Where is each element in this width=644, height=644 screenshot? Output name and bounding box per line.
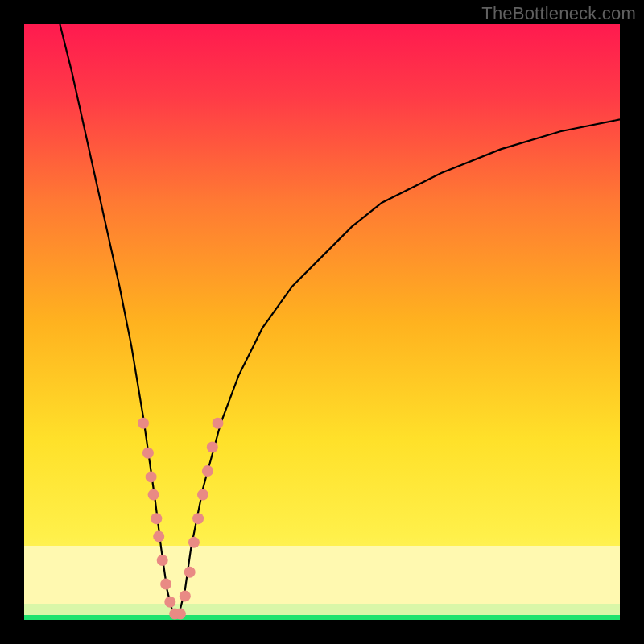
green-baseline [24,615,620,620]
plot-area [24,24,620,620]
highlight-dot [160,579,171,590]
chart-frame: TheBottleneck.com [0,0,644,644]
pre-green-band [24,604,620,615]
highlight-dot [192,513,204,524]
highlight-dot [175,609,186,620]
highlight-dot [164,597,175,608]
highlight-dot [180,590,191,601]
highlight-dot [202,465,213,477]
highlight-dot [157,555,168,566]
highlight-dot [213,418,224,429]
highlight-dot [207,441,218,452]
highlight-dot [148,489,159,501]
watermark-text: TheBottleneck.com [481,3,636,24]
highlight-dot [146,471,157,482]
gradient-background [24,24,620,620]
highlight-dot [151,513,162,524]
highlight-dot [142,448,154,459]
highlight-dot [138,418,149,429]
highlight-dot [197,489,208,501]
lower-band [24,546,620,604]
plot-svg [24,24,620,620]
highlight-dot [184,567,196,578]
highlight-dot [188,537,200,548]
highlight-dot [153,530,164,542]
